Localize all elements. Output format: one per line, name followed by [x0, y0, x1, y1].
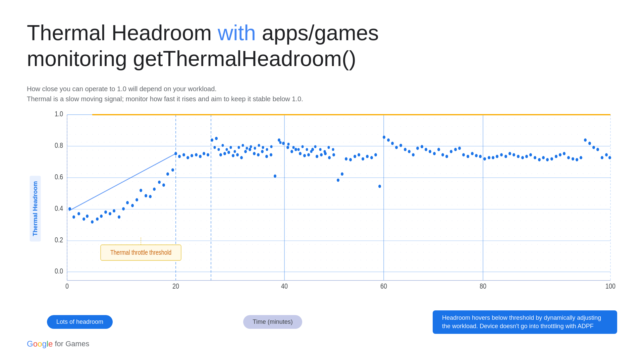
svg-point-51 — [162, 183, 165, 187]
svg-point-156 — [601, 156, 603, 159]
svg-point-67 — [227, 150, 230, 154]
svg-point-37 — [100, 215, 103, 218]
svg-point-163 — [230, 146, 232, 149]
svg-point-93 — [337, 178, 339, 182]
g-letter-g: G — [27, 339, 33, 348]
svg-point-137 — [521, 156, 524, 159]
svg-point-132 — [500, 153, 503, 157]
svg-text:40: 40 — [281, 282, 288, 290]
svg-text:0.8: 0.8 — [55, 141, 63, 149]
svg-point-126 — [475, 154, 478, 157]
svg-point-70 — [240, 156, 243, 159]
svg-point-125 — [471, 152, 474, 155]
svg-point-57 — [186, 156, 189, 159]
svg-point-115 — [429, 150, 431, 153]
svg-point-55 — [178, 155, 181, 158]
svg-point-114 — [425, 148, 427, 151]
svg-point-185 — [332, 148, 334, 151]
svg-point-111 — [412, 153, 415, 157]
g-letter-g2: g — [42, 339, 46, 348]
svg-point-178 — [302, 145, 304, 148]
for-games-text: for Games — [55, 340, 89, 348]
svg-point-101 — [370, 156, 373, 159]
svg-point-99 — [362, 157, 364, 161]
svg-point-107 — [395, 146, 398, 149]
svg-point-40 — [113, 209, 115, 213]
svg-point-175 — [287, 142, 290, 145]
svg-point-184 — [328, 146, 330, 149]
svg-point-165 — [238, 146, 240, 149]
chart-area: 1.0 0.8 0.6 0.4 0.2 0.0 0 20 40 60 80 10… — [47, 111, 617, 307]
y-axis-label-container: Thermal Headroom — [27, 111, 44, 307]
svg-point-144 — [550, 157, 553, 161]
svg-point-62 — [207, 153, 209, 157]
subtitle-line2: Thermal is a slow moving signal; monitor… — [27, 94, 617, 104]
svg-point-152 — [584, 138, 587, 142]
svg-point-142 — [542, 156, 545, 159]
svg-point-120 — [450, 150, 452, 153]
svg-point-176 — [292, 146, 295, 149]
svg-point-77 — [270, 153, 272, 157]
svg-point-148 — [567, 156, 570, 159]
svg-point-180 — [310, 150, 313, 153]
svg-point-96 — [349, 158, 352, 161]
svg-point-52 — [166, 172, 169, 176]
svg-text:0.6: 0.6 — [55, 173, 63, 181]
svg-point-116 — [433, 152, 436, 155]
svg-point-54 — [174, 152, 177, 155]
svg-point-88 — [316, 155, 318, 158]
svg-point-150 — [576, 158, 578, 161]
svg-point-123 — [462, 153, 465, 157]
svg-point-124 — [467, 155, 469, 158]
svg-text:80: 80 — [480, 282, 486, 290]
svg-point-46 — [140, 189, 142, 192]
svg-point-110 — [408, 150, 411, 153]
svg-point-31 — [72, 215, 75, 219]
svg-point-72 — [249, 148, 251, 151]
svg-point-154 — [592, 146, 595, 149]
svg-point-91 — [328, 156, 331, 159]
title-part1: Thermal Headroom — [27, 21, 218, 45]
svg-point-167 — [246, 147, 248, 150]
svg-point-53 — [171, 168, 174, 172]
svg-point-47 — [145, 194, 147, 197]
svg-point-170 — [258, 144, 260, 147]
svg-point-139 — [529, 153, 532, 157]
svg-point-166 — [242, 144, 244, 147]
svg-point-68 — [232, 154, 234, 157]
subtitle-line1: How close you can operate to 1.0 will de… — [27, 84, 617, 94]
g-letter-o1: o — [33, 339, 38, 348]
svg-point-63 — [211, 138, 213, 142]
svg-point-102 — [374, 153, 377, 157]
svg-point-74 — [257, 153, 260, 157]
svg-point-65 — [219, 153, 222, 157]
svg-point-134 — [508, 152, 511, 155]
svg-point-177 — [298, 148, 300, 151]
svg-point-95 — [345, 157, 347, 161]
svg-point-136 — [517, 155, 520, 158]
svg-point-49 — [153, 187, 156, 191]
title-area: Thermal Headroom with apps/games monitor… — [27, 20, 617, 77]
svg-point-160 — [218, 148, 220, 151]
svg-point-64 — [215, 137, 218, 140]
svg-point-105 — [387, 138, 390, 142]
main-title: Thermal Headroom with apps/games monitor… — [27, 20, 617, 72]
svg-point-121 — [454, 148, 457, 151]
svg-point-92 — [332, 153, 335, 157]
svg-point-98 — [358, 153, 360, 157]
svg-point-36 — [96, 217, 99, 221]
svg-point-33 — [83, 217, 85, 221]
svg-point-117 — [437, 148, 440, 151]
svg-point-181 — [314, 145, 317, 148]
svg-point-60 — [199, 155, 202, 158]
svg-point-155 — [596, 148, 599, 151]
svg-point-85 — [303, 154, 306, 157]
svg-text:Thermal throttle threshold: Thermal throttle threshold — [110, 249, 171, 256]
svg-point-112 — [416, 146, 419, 150]
svg-point-59 — [195, 153, 198, 157]
svg-point-138 — [525, 155, 528, 158]
svg-point-103 — [378, 185, 381, 188]
svg-point-78 — [274, 174, 276, 178]
bottom-labels: Lots of headroom Time (minutes) Headroom… — [47, 310, 617, 334]
svg-point-42 — [122, 207, 125, 210]
